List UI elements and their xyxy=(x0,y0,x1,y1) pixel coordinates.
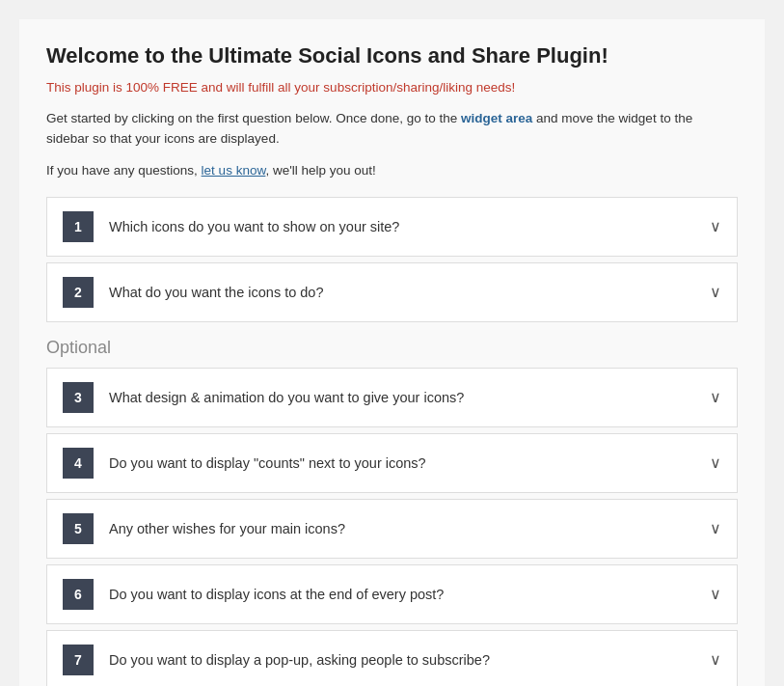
chevron-icon-1: ∨ xyxy=(710,217,721,235)
accordion-item-7[interactable]: 7 Do you want to display a pop-up, askin… xyxy=(46,630,738,686)
step-badge-6: 6 xyxy=(63,579,94,610)
accordion-label-1: Which icons do you want to show on your … xyxy=(109,219,698,234)
accordion-item-3[interactable]: 3 What design & animation do you want to… xyxy=(46,368,738,427)
contact-line: If you have any questions, let us know, … xyxy=(46,163,738,178)
contact-part1: If you have any questions, xyxy=(46,163,202,178)
subtitle-text: This plugin is 100% FREE and will fulfil… xyxy=(46,80,738,95)
step-badge-5: 5 xyxy=(63,513,94,544)
step-badge-7: 7 xyxy=(63,645,94,675)
page-title: Welcome to the Ultimate Social Icons and… xyxy=(46,42,738,70)
description-part1: Get started by clicking on the first que… xyxy=(46,111,461,125)
chevron-icon-3: ∨ xyxy=(710,388,721,406)
step-badge-3: 3 xyxy=(63,382,94,413)
accordion-item-5[interactable]: 5 Any other wishes for your main icons? … xyxy=(46,499,738,559)
accordion-label-4: Do you want to display "counts" next to … xyxy=(109,455,698,471)
required-section: 1 Which icons do you want to show on you… xyxy=(46,197,738,322)
optional-label: Optional xyxy=(46,338,738,358)
step-badge-1: 1 xyxy=(63,211,94,242)
accordion-item-4[interactable]: 4 Do you want to display "counts" next t… xyxy=(46,433,738,493)
chevron-icon-2: ∨ xyxy=(710,283,721,301)
chevron-icon-6: ∨ xyxy=(710,585,721,603)
accordion-label-7: Do you want to display a pop-up, asking … xyxy=(109,652,698,668)
accordion-item-6[interactable]: 6 Do you want to display icons at the en… xyxy=(46,564,738,624)
chevron-icon-4: ∨ xyxy=(710,453,721,472)
chevron-icon-5: ∨ xyxy=(710,519,721,537)
main-container: Welcome to the Ultimate Social Icons and… xyxy=(19,19,765,686)
accordion-label-3: What design & animation do you want to g… xyxy=(109,390,698,405)
accordion-item-2[interactable]: 2 What do you want the icons to do? ∨ xyxy=(46,262,738,322)
contact-link[interactable]: let us know xyxy=(202,163,266,178)
accordion-label-2: What do you want the icons to do? xyxy=(109,285,698,300)
accordion-label-5: Any other wishes for your main icons? xyxy=(109,521,698,536)
description-text: Get started by clicking on the first que… xyxy=(46,108,738,150)
chevron-icon-7: ∨ xyxy=(710,650,721,669)
step-badge-4: 4 xyxy=(63,448,94,479)
accordion-label-6: Do you want to display icons at the end … xyxy=(109,587,698,602)
widget-area-link[interactable]: widget area xyxy=(461,111,532,125)
step-badge-2: 2 xyxy=(63,277,94,308)
optional-section: 3 What design & animation do you want to… xyxy=(46,368,738,686)
contact-part2: , we'll help you out! xyxy=(265,163,375,178)
accordion-item-1[interactable]: 1 Which icons do you want to show on you… xyxy=(46,197,738,257)
